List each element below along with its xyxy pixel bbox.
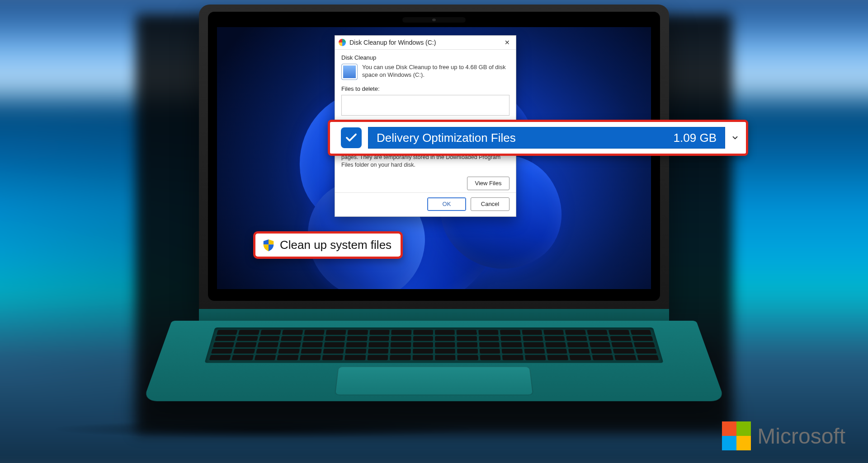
drive-icon xyxy=(341,64,358,80)
laptop-keyboard xyxy=(204,327,663,363)
dialog-button-row: OK Cancel xyxy=(335,192,516,216)
laptop-deck xyxy=(143,321,725,401)
microsoft-logo-icon xyxy=(722,421,751,450)
view-files-label: View Files xyxy=(475,180,501,187)
microsoft-logo: Microsoft xyxy=(722,421,845,450)
files-to-delete-list[interactable] xyxy=(341,95,509,116)
uac-shield-icon xyxy=(262,239,275,252)
ok-label: OK xyxy=(443,201,451,207)
files-to-delete-label: Files to delete: xyxy=(341,85,509,92)
laptop-mockup: Disk Cleanup for Windows (C:) ✕ Disk Cle… xyxy=(172,5,696,438)
dialog-title: Disk Cleanup for Windows (C:) xyxy=(349,39,436,46)
laptop-shadow xyxy=(54,420,470,438)
clean-up-system-files-button[interactable]: Clean up system files xyxy=(253,231,403,259)
laptop-camera-notch xyxy=(402,17,466,23)
dialog-titlebar[interactable]: Disk Cleanup for Windows (C:) ✕ xyxy=(335,36,516,50)
selected-item-name: Delivery Optimization Files xyxy=(377,131,516,145)
checkbox-checked-icon[interactable] xyxy=(341,127,362,148)
disk-cleanup-icon xyxy=(339,39,346,46)
ok-button[interactable]: OK xyxy=(427,197,466,211)
clean-up-system-files-label: Clean up system files xyxy=(280,238,392,252)
close-icon[interactable]: ✕ xyxy=(501,37,513,47)
cancel-button[interactable]: Cancel xyxy=(471,197,509,211)
selected-list-item[interactable]: Delivery Optimization Files 1.09 GB xyxy=(368,127,725,149)
selected-item-size: 1.09 GB xyxy=(674,131,717,145)
section-title: Disk Cleanup xyxy=(341,54,509,61)
info-text: You can use Disk Cleanup to free up to 4… xyxy=(362,64,509,79)
microsoft-logo-text: Microsoft xyxy=(757,424,845,449)
highlight-selected-item: Delivery Optimization Files 1.09 GB xyxy=(328,120,748,156)
chevron-down-icon[interactable] xyxy=(729,127,741,148)
cancel-label: Cancel xyxy=(481,201,499,207)
laptop-trackpad xyxy=(335,366,534,395)
view-files-button[interactable]: View Files xyxy=(467,177,509,190)
